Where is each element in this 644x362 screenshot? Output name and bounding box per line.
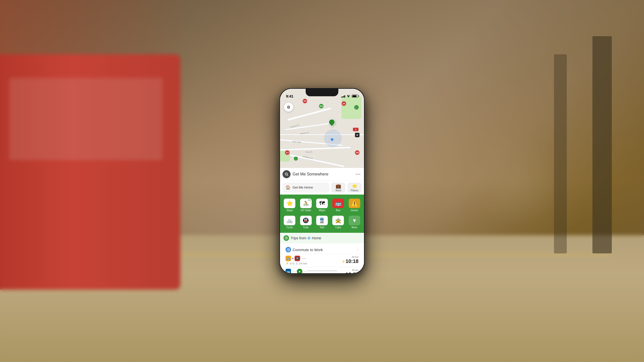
phone: 9:41: [279, 88, 365, 274]
trip2-arrive-lightning: ⚡: [342, 273, 345, 274]
bottom-sheet: Get Me Somewhere 🏠 Get Me Home: [280, 168, 364, 273]
more-label: More: [351, 226, 357, 229]
bus-label: Bus: [336, 209, 340, 212]
cabs-icon: 🚖: [335, 217, 341, 223]
nav-tube[interactable]: 🚇 Tube: [298, 214, 313, 230]
stops-icon: ⭐: [286, 200, 293, 207]
more-options-button[interactable]: [354, 171, 361, 178]
search-bar[interactable]: Get Me Somewhere: [280, 168, 364, 180]
places-button[interactable]: ⭐ Places: [347, 183, 361, 193]
nav-bus[interactable]: 🚌 Bus: [331, 197, 346, 213]
tube-icon-bg: 🚇: [300, 216, 312, 225]
commute-card[interactable]: Commute to Work › 🚌: [282, 244, 362, 273]
settings-icon: ⚙: [287, 105, 290, 110]
gostats-icon-bg: 🚴 GO: [300, 199, 312, 208]
nav-cabs[interactable]: 🚖 Cabs: [331, 214, 346, 230]
work-icon: 💼: [336, 183, 341, 189]
commute-chevron-icon: ›: [357, 247, 358, 252]
battery-icon: [352, 95, 358, 98]
rail-label: Rail: [320, 226, 324, 229]
work-label: Work: [335, 189, 341, 192]
commute-header: Commute to Work ›: [282, 244, 362, 254]
issues-label: Issues: [351, 209, 358, 212]
commute-nav-icon: [286, 247, 291, 252]
trip1-depart-info: in 0, 3, 14 min: [290, 262, 307, 265]
status-time: 9:41: [286, 94, 293, 98]
trip1-transport-icons: 🚌 🚇: [286, 256, 307, 261]
gostats-icon: 🚴: [303, 201, 309, 206]
trip1-arrive-label: Arrive: [342, 256, 358, 258]
maps-icon-bg: 🗺: [316, 199, 328, 208]
more-icon-bg: ▾: [349, 216, 360, 225]
trips-home-label: Home: [312, 236, 321, 240]
search-icon: [285, 172, 289, 176]
settings-button[interactable]: ⚙: [284, 103, 293, 112]
status-icons: [341, 95, 358, 98]
trip1-tube-icon: 🚇: [295, 256, 300, 261]
bus-icon: 🚌: [335, 200, 342, 207]
nav-cycle[interactable]: 🚲 Cycle: [282, 214, 297, 230]
cycle-icon: 🚲: [287, 217, 293, 223]
tube-icon: 🚇: [303, 217, 309, 223]
more-chevron-icon: ▾: [353, 217, 356, 224]
trip2-arrive-label: Arrive: [342, 269, 358, 272]
svg-point-0: [348, 97, 349, 97]
trip2-bus-icon: 🚌: [286, 269, 291, 273]
places-label: Places: [351, 189, 358, 192]
trip1-separator: [292, 258, 294, 259]
trip2-segment-line: [293, 271, 295, 272]
trip2-tube-icon: ●: [297, 269, 302, 273]
trip2-segment-line2: [304, 271, 306, 272]
user-location-dot: [330, 138, 334, 142]
home-location-dot: [308, 237, 310, 239]
tube-label: Tube: [303, 226, 308, 229]
commute-title: Commute to Work: [293, 248, 323, 252]
trip-row-1[interactable]: 🚌 🚇 ⚡: [282, 254, 362, 267]
trip1-time-value: 10:18: [346, 258, 358, 264]
gostats-label: GO Stats: [301, 209, 311, 212]
trip1-time-info: ⚡ in 0, 3, 14 min: [286, 262, 307, 265]
trips-from-header: Trips from Home: [280, 233, 364, 243]
trip1-details: 🚌 🚇 ⚡: [286, 256, 307, 265]
phone-notch: [306, 89, 338, 96]
cabs-icon-bg: 🚖: [332, 216, 344, 225]
maps-label: Maps: [319, 209, 325, 212]
trip1-bus-icon: 🚌: [286, 256, 291, 261]
search-text: Get Me Somewhere: [293, 172, 352, 176]
trip2-details: 🚌 ● ⚡: [286, 269, 307, 273]
issues-icon: ⚠️: [351, 200, 358, 207]
search-icon-circle: [283, 170, 291, 178]
trip2-transport-icons: 🚌 ●: [286, 269, 307, 273]
cabs-label: Cabs: [335, 226, 341, 229]
rail-icon: 🚆: [319, 217, 325, 223]
trip2-arrive: Arrive ⚡ 10:22: [342, 269, 358, 273]
trips-nav-icon: [285, 236, 288, 240]
places-icon: ⭐: [352, 183, 357, 189]
work-button[interactable]: 💼 Work: [331, 183, 345, 193]
get-home-label: Get Me Home: [293, 186, 313, 189]
home-icon: 🏠: [286, 185, 291, 190]
bus-icon-bg: 🚌: [332, 199, 344, 208]
nav-issues[interactable]: ⚠️ Issues: [347, 197, 362, 213]
trip1-arrive-time: ⚡ 10:18: [342, 258, 358, 264]
trip1-segment-line: [302, 258, 306, 259]
stops-label: Stops: [286, 209, 293, 212]
nav-stops[interactable]: ⭐ Stops: [282, 197, 297, 213]
nav-more[interactable]: ▾ More: [347, 214, 362, 230]
trip1-arrive: Arrive ⚡ 10:18: [342, 256, 358, 264]
get-home-button[interactable]: 🏠 Get Me Home: [283, 183, 329, 193]
quick-destinations: 🏠 Get Me Home 💼 Work ⭐ Places: [280, 180, 364, 195]
map-view: Stamford St Aquinas St Miller Walk Theed…: [280, 89, 364, 169]
nav-rail[interactable]: 🚆 Rail: [314, 214, 330, 230]
trips-icon: [284, 235, 289, 241]
cycle-icon-bg: 🚲: [284, 216, 295, 225]
nav-maps[interactable]: 🗺 Maps: [314, 197, 330, 213]
navigation-grid: ⭐ Stops 🚴 GO GO Stats: [280, 195, 364, 233]
home-indicator-bar: [307, 270, 337, 271]
stops-icon-bg: ⭐: [284, 199, 295, 208]
maps-icon: 🗺: [319, 200, 325, 207]
cycle-label: Cycle: [287, 226, 293, 229]
signal-icon: [341, 95, 345, 98]
trip2-time-value: 10:22: [346, 272, 358, 273]
nav-gostats[interactable]: 🚴 GO GO Stats: [298, 197, 313, 213]
